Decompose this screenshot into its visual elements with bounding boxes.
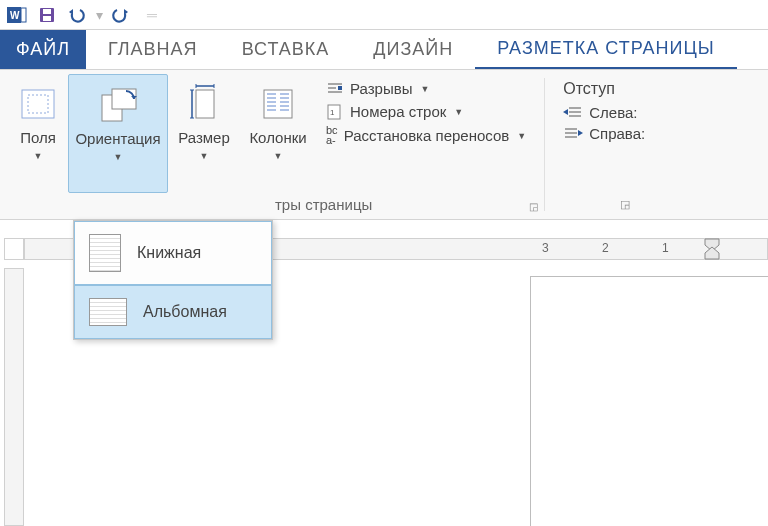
dropdown-caret-icon: ▼ <box>114 152 123 162</box>
document-page[interactable] <box>530 276 768 526</box>
columns-label: Колонки <box>249 130 306 147</box>
dialog-launcher-icon[interactable]: ◲ <box>620 198 630 211</box>
ruler-num: 1 <box>662 241 669 255</box>
svg-rect-31 <box>338 86 342 90</box>
vertical-ruler[interactable] <box>4 268 24 526</box>
svg-rect-5 <box>43 16 51 21</box>
indent-right-icon <box>563 127 583 141</box>
indent-right-label: Справа: <box>589 125 645 142</box>
svg-rect-4 <box>43 9 51 14</box>
breaks-icon <box>326 81 344 97</box>
dropdown-caret-icon: ▼ <box>34 151 43 161</box>
save-icon[interactable] <box>36 4 58 26</box>
margins-icon <box>16 82 60 126</box>
line-numbers-button[interactable]: 1 Номера строк ▼ <box>326 103 526 120</box>
tab-file[interactable]: ФАЙЛ <box>0 30 86 69</box>
indent-right-row[interactable]: Справа: <box>553 123 760 144</box>
group-title-page-setup: ◲ <box>0 193 544 219</box>
customize-qat-icon[interactable]: ═ <box>147 7 157 23</box>
line-numbers-label: Номера строк <box>350 103 446 120</box>
indent-marker-icon[interactable] <box>703 237 721 261</box>
breaks-button[interactable]: Разрывы ▼ <box>326 80 526 97</box>
orientation-landscape-label: Альбомная <box>143 303 227 321</box>
svg-text:1: 1 <box>330 108 335 117</box>
svg-rect-9 <box>112 89 136 109</box>
tab-home[interactable]: ГЛАВНАЯ <box>86 30 220 69</box>
tab-design[interactable]: ДИЗАЙН <box>351 30 475 69</box>
group-title-page-setup-partial: тры страницы <box>275 196 372 213</box>
dropdown-caret-icon: ▼ <box>517 131 526 141</box>
size-label: Размер <box>178 130 230 147</box>
size-button[interactable]: Размер ▼ <box>168 74 240 193</box>
orientation-portrait-label: Книжная <box>137 244 201 262</box>
indent-left-row[interactable]: Слева: <box>553 102 760 123</box>
qat-dropdown-undo[interactable]: ▾ <box>96 7 103 23</box>
ribbon-page-layout: Поля ▼ Ориентация ▼ Размер ▼ <box>0 70 768 220</box>
portrait-thumb-icon <box>89 234 121 272</box>
orientation-button[interactable]: Ориентация ▼ <box>68 74 168 193</box>
landscape-thumb-icon <box>89 298 127 326</box>
hyphenation-button[interactable]: bca- Расстановка переносов ▼ <box>326 126 526 146</box>
svg-rect-6 <box>22 90 54 118</box>
dialog-launcher-icon[interactable]: ◲ <box>529 201 538 212</box>
redo-icon[interactable] <box>111 4 133 26</box>
group-paragraph-indent: Отступ Слева: Справа: <box>545 70 768 219</box>
ruler-num: 2 <box>602 241 609 255</box>
word-app-icon: W <box>6 4 28 26</box>
orientation-option-landscape[interactable]: Альбомная <box>74 285 272 339</box>
dropdown-caret-icon: ▼ <box>200 151 209 161</box>
margins-label: Поля <box>20 130 56 147</box>
dropdown-caret-icon: ▼ <box>454 107 463 117</box>
size-icon <box>182 82 226 126</box>
orientation-option-portrait[interactable]: Книжная <box>74 221 272 285</box>
svg-rect-10 <box>196 90 214 118</box>
columns-icon <box>256 82 300 126</box>
svg-text:W: W <box>10 10 20 21</box>
indent-header: Отступ <box>553 74 760 102</box>
tab-insert[interactable]: ВСТАВКА <box>220 30 352 69</box>
quick-access-toolbar: W ▾ ═ <box>0 0 768 30</box>
indent-left-label: Слева: <box>589 104 637 121</box>
orientation-dropdown: Книжная Альбомная <box>73 220 273 340</box>
breaks-label: Разрывы <box>350 80 412 97</box>
page-setup-small-commands: Разрывы ▼ 1 Номера строк ▼ bca- Расстано… <box>316 74 536 193</box>
ruler-corner <box>4 238 24 260</box>
orientation-label: Ориентация <box>75 131 160 148</box>
dropdown-caret-icon: ▼ <box>274 151 283 161</box>
hyphenation-label: Расстановка переносов <box>344 127 510 144</box>
svg-rect-2 <box>21 8 26 22</box>
margins-button[interactable]: Поля ▼ <box>8 74 68 193</box>
group-page-setup: Поля ▼ Ориентация ▼ Размер ▼ <box>0 70 544 219</box>
ruler-num: 3 <box>542 241 549 255</box>
orientation-icon <box>96 83 140 127</box>
hyphenation-icon: bca- <box>326 126 338 146</box>
dropdown-caret-icon: ▼ <box>420 84 429 94</box>
columns-button[interactable]: Колонки ▼ <box>240 74 316 193</box>
line-numbers-icon: 1 <box>326 104 344 120</box>
indent-left-icon <box>563 106 583 120</box>
tab-page-layout[interactable]: РАЗМЕТКА СТРАНИЦЫ <box>475 30 736 69</box>
ribbon-tabs: ФАЙЛ ГЛАВНАЯ ВСТАВКА ДИЗАЙН РАЗМЕТКА СТР… <box>0 30 768 70</box>
undo-icon[interactable] <box>66 4 88 26</box>
